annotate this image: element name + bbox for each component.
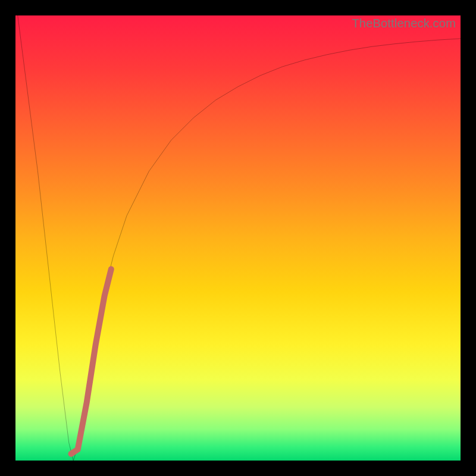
chart-frame: TheBottleneck.com [0,0,476,476]
plot-area: TheBottleneck.com [15,15,461,461]
highlight-segment [71,269,111,453]
bottleneck-curve [18,15,461,461]
curve-layer [15,15,461,461]
